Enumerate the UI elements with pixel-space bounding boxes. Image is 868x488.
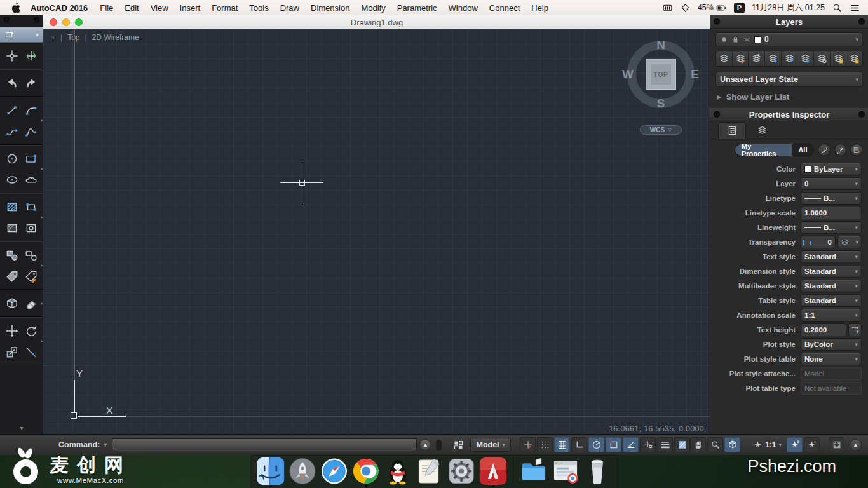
- layer-isolate-button[interactable]: [765, 51, 782, 66]
- dock-chrome[interactable]: [353, 458, 380, 485]
- menu-item-parametric[interactable]: Parametric: [391, 3, 443, 13]
- viewcube-north[interactable]: N: [656, 38, 665, 52]
- viewport-style-control[interactable]: 2D Wireframe: [92, 33, 139, 42]
- dock-finder[interactable]: [257, 458, 285, 485]
- wcs-dropdown[interactable]: WCS ▽: [640, 125, 682, 135]
- menu-item-dimension[interactable]: Dimension: [305, 3, 355, 13]
- keyboard-icon[interactable]: [662, 3, 673, 13]
- layer-lock-button[interactable]: [831, 51, 847, 66]
- clock[interactable]: 11月28日 周六 01:25: [752, 3, 825, 13]
- dock-documents-folder[interactable]: [520, 458, 548, 485]
- layer-properties-button[interactable]: [716, 51, 733, 66]
- title-bar[interactable]: Drawing1.dwg: [43, 15, 710, 30]
- eyedropper-button[interactable]: [834, 144, 847, 156]
- toggle-lineweight-display[interactable]: [657, 437, 673, 452]
- tool-rectangle[interactable]: [22, 148, 41, 169]
- tool-rotate[interactable]: [22, 320, 41, 341]
- dock-autocad[interactable]: [480, 458, 507, 485]
- edit-properties-button[interactable]: [850, 144, 863, 156]
- tool-eraser[interactable]: [22, 293, 41, 314]
- tool-datum-point[interactable]: [22, 45, 41, 66]
- tab-object-properties[interactable]: [718, 122, 746, 139]
- toggle-annotation-visibility[interactable]: [787, 437, 803, 452]
- viewcube[interactable]: N S W E TOP: [627, 40, 695, 109]
- tool-arc[interactable]: [22, 100, 41, 121]
- menu-item-file[interactable]: File: [94, 3, 119, 13]
- tool-polyline[interactable]: [3, 121, 22, 142]
- plot-style-dropdown[interactable]: ByColor▾: [801, 338, 862, 351]
- spotlight-icon[interactable]: [832, 3, 843, 13]
- close-button[interactable]: [50, 18, 57, 26]
- tool-undo[interactable]: [3, 72, 22, 93]
- tool-tag-edit[interactable]: [22, 266, 41, 287]
- transparency-mode-dropdown[interactable]: ▾: [837, 236, 862, 248]
- tool-spline[interactable]: [22, 121, 41, 142]
- layers-panel-header[interactable]: Layers: [710, 15, 868, 29]
- menu-item-tools[interactable]: Tools: [243, 3, 274, 13]
- command-input[interactable]: [112, 438, 417, 451]
- collapse-status-bar-button[interactable]: ▲: [850, 439, 862, 451]
- menu-item-edit[interactable]: Edit: [119, 3, 144, 13]
- pick-text-height-button[interactable]: [848, 323, 862, 336]
- tool-circle[interactable]: [3, 148, 22, 169]
- menu-item-format[interactable]: Format: [206, 3, 243, 13]
- minimize-button[interactable]: [62, 18, 70, 26]
- filter-my-properties[interactable]: My Properties: [735, 144, 792, 156]
- color-dropdown[interactable]: ByLayer▾: [801, 163, 862, 175]
- toggle-object-snap[interactable]: [606, 437, 621, 452]
- toggle-polar-tracking[interactable]: [588, 437, 604, 452]
- tool-line[interactable]: [3, 100, 22, 121]
- toggle-pan[interactable]: [690, 437, 706, 452]
- model-space-button[interactable]: Model ▾: [470, 438, 511, 452]
- tool-redo[interactable]: [22, 72, 41, 93]
- linetype-dropdown[interactable]: B...▾: [801, 192, 862, 205]
- menu-item-draw[interactable]: Draw: [275, 3, 305, 13]
- viewcube-south[interactable]: S: [657, 97, 665, 111]
- menu-item-view[interactable]: View: [145, 3, 174, 13]
- properties-panel-header[interactable]: Properties Inspector: [710, 108, 868, 121]
- annotation-scale-button[interactable]: 1:1 ▾: [749, 440, 785, 450]
- transparency-input[interactable]: 0: [801, 236, 836, 248]
- text-style-dropdown[interactable]: Standard▾: [801, 250, 862, 263]
- tool-copy[interactable]: [3, 245, 22, 266]
- table-style-dropdown[interactable]: Standard▾: [801, 294, 862, 307]
- dock-system-preferences[interactable]: [448, 458, 475, 485]
- layer-dropdown[interactable]: 0▾: [801, 177, 862, 190]
- show-layer-list-toggle[interactable]: ▶ Show Layer List: [715, 87, 863, 105]
- toggle-grid-dots[interactable]: [537, 437, 553, 452]
- viewcube-top-face[interactable]: TOP: [646, 59, 676, 90]
- apple-menu[interactable]: [8, 2, 24, 13]
- layer-off-button[interactable]: [814, 51, 831, 66]
- viewcube-east[interactable]: E: [691, 67, 699, 81]
- annotation-scale-dropdown[interactable]: 1:1▾: [801, 309, 862, 322]
- tool-revision-cloud[interactable]: [22, 169, 41, 190]
- toggle-grid-display[interactable]: [554, 437, 570, 452]
- menu-item-insert[interactable]: Insert: [174, 3, 207, 13]
- tool-scale[interactable]: [3, 341, 22, 362]
- tool-hatch[interactable]: [3, 196, 22, 217]
- match-properties-button[interactable]: [818, 144, 831, 156]
- command-history-button[interactable]: ▲: [419, 439, 431, 451]
- tool-move[interactable]: [3, 320, 22, 341]
- tool-set-selector[interactable]: ▾: [0, 27, 43, 43]
- menu-item-help[interactable]: Help: [526, 3, 554, 13]
- text-height-input[interactable]: 0.2000: [801, 323, 846, 336]
- drawing-canvas[interactable]: + | Top | 2D Wireframe Y X N S W E TOP W…: [43, 29, 710, 434]
- layer-previous-button[interactable]: [749, 51, 765, 66]
- airdrop-icon[interactable]: [680, 3, 691, 13]
- tool-gradient[interactable]: [3, 217, 22, 238]
- toggle-object-snap-tracking[interactable]: [640, 437, 656, 452]
- menu-item-window[interactable]: Window: [443, 3, 484, 13]
- multileader-style-dropdown[interactable]: Standard▾: [801, 280, 862, 292]
- notification-center-icon[interactable]: [850, 3, 860, 13]
- tool-offset[interactable]: [22, 245, 41, 266]
- dock-qq[interactable]: [384, 458, 412, 485]
- zoom-button[interactable]: [75, 18, 83, 26]
- toggle-zoom[interactable]: [707, 437, 723, 452]
- dock-minimized-window[interactable]: [552, 458, 580, 485]
- tool-boundary[interactable]: [22, 196, 41, 217]
- linetype-scale-input[interactable]: 1.0000: [801, 207, 862, 219]
- tab-layers[interactable]: [748, 122, 776, 139]
- clean-screen-button[interactable]: [829, 437, 844, 452]
- command-splitter[interactable]: [436, 440, 442, 451]
